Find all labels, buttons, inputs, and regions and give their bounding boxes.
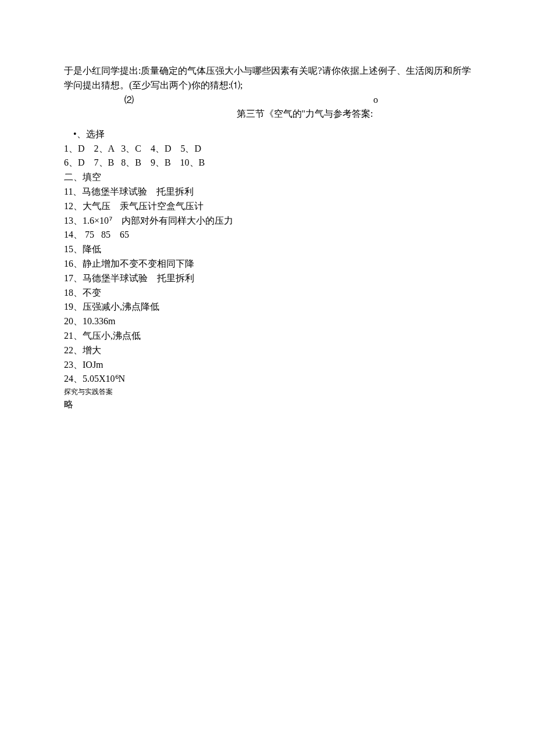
section-title: 第三节《空气的"力气与参考答案:: [64, 107, 471, 121]
answer-18: 18、不变: [64, 286, 471, 300]
choose-answers-row-2: 6、D 7、B 8、B 9、B 10、B: [64, 156, 471, 170]
answer-17: 17、马德堡半球试验 托里拆利: [64, 271, 471, 286]
omitted-label: 略: [64, 397, 471, 412]
answer-22: 22、增大: [64, 343, 471, 358]
trailing-mark: o: [373, 93, 378, 108]
answer-20: 20、10.336m: [64, 314, 471, 329]
intro-line-3: ⑵ o: [64, 93, 471, 108]
answer-14: 14、 75 85 65: [64, 228, 471, 242]
answer-24: 24、5.05X10⁶N: [64, 372, 471, 386]
intro-line-1: 于是小红同学提出:质量确定的气体压强大小与哪些因素有关呢?请你依据上述例子、生活…: [64, 64, 471, 78]
explore-heading: 探究与实践答案: [64, 386, 471, 397]
fill-heading: 二、填空: [64, 170, 471, 185]
choose-heading: •、选择: [64, 127, 471, 142]
answer-21: 21、气压小,沸点低: [64, 329, 471, 343]
answer-19: 19、压强减小,沸点降低: [64, 300, 471, 314]
answer-16: 16、静止增加不变不变相同下降: [64, 257, 471, 271]
answer-15: 15、降低: [64, 242, 471, 257]
choose-answers-row-1: 1、D 2、A 3、C 4、D 5、D: [64, 142, 471, 156]
answer-13: 13、1.6×10⁷ 内部对外有同样大小的压力: [64, 214, 471, 228]
intro-line-2: 学问提出猜想。(至少写出两个)你的猜想:⑴;: [64, 78, 471, 93]
guess-2-label: ⑵: [124, 95, 134, 105]
answer-11: 11、马德堡半球试验 托里拆利: [64, 185, 471, 199]
answer-12: 12、大气压 汞气压计空盒气压计: [64, 199, 471, 214]
answer-23: 23、IOJm: [64, 358, 471, 372]
